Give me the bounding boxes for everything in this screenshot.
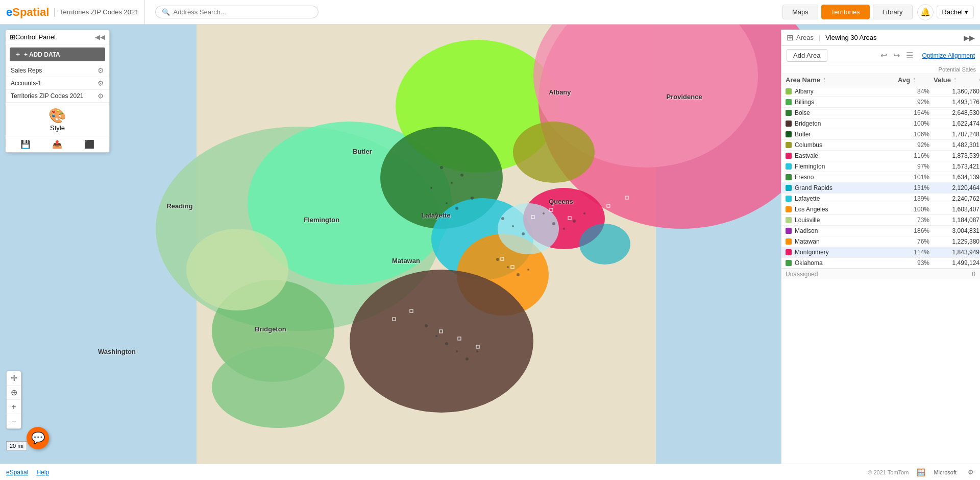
sort-icon-area-name: ⋮ <box>822 77 827 83</box>
notification-button[interactable]: 🔔 <box>917 4 934 20</box>
svg-point-27 <box>512 225 514 227</box>
table-row[interactable]: Montgomery 114% 1,843,949 <box>781 247 980 258</box>
table-row[interactable]: Louisville 73% 1,184,087 <box>781 215 980 226</box>
area-name: Fresno <box>795 174 814 181</box>
svg-point-40 <box>445 342 448 345</box>
table-row[interactable]: Matawan 76% 1,229,380 <box>781 236 980 247</box>
col-header-avg[interactable]: Avg ⋮ <box>898 76 934 84</box>
zoom-in-button[interactable]: + <box>7 400 21 414</box>
sort-icon-value: ⋮ <box>952 77 958 83</box>
delete-area-icon[interactable]: 🗑 <box>831 88 837 95</box>
area-value: 3,004,831 <box>934 227 979 234</box>
table-row[interactable]: Eastvale 116% 1,873,539 <box>781 151 980 161</box>
add-data-button[interactable]: ＋ + ADD DATA <box>10 47 105 61</box>
areas-title: Areas <box>796 34 814 41</box>
user-menu-button[interactable]: Rachel ▾ <box>937 6 974 18</box>
area-avg: 139% <box>898 195 934 202</box>
share-icon[interactable]: 📤 <box>52 139 62 149</box>
right-panel-actions: Add Area ↩ ↪ ☰ Optimize Alignment <box>781 46 980 65</box>
table-row[interactable]: Bridgeton 100% 1,622,474 <box>781 118 980 129</box>
svg-point-32 <box>573 220 576 223</box>
add-area-button[interactable]: Add Area <box>787 49 827 62</box>
maps-nav-button[interactable]: Maps <box>782 5 818 19</box>
layer-settings-icon-sales-reps[interactable]: ⚙ <box>97 66 104 75</box>
svg-point-41 <box>456 350 458 352</box>
table-row[interactable]: Oklahoma 93% 1,499,124 <box>781 258 980 269</box>
undo-icon[interactable]: ↩ <box>880 51 887 60</box>
control-panel-icon: ⊞ <box>10 33 15 41</box>
area-avg: 73% <box>898 217 934 224</box>
area-value: 2,648,530 <box>934 109 979 116</box>
pan-icon[interactable]: ✛ <box>7 371 21 386</box>
table-row[interactable]: Fresno 101% 1,634,139 <box>781 172 980 183</box>
control-panel: ⊞ Control Panel ◀◀ ＋ + ADD DATA Sales Re… <box>5 30 110 153</box>
svg-point-38 <box>425 324 428 327</box>
area-value: 1,229,380 <box>934 238 979 245</box>
microsoft-icon: 🪟 <box>917 468 925 476</box>
layer-settings-icon-territories[interactable]: ⚙ <box>97 92 104 100</box>
help-link[interactable]: Help <box>36 469 49 476</box>
area-value: 2,120,464 <box>934 184 979 191</box>
table-row[interactable]: Columbus 92% 1,482,301 <box>781 140 980 151</box>
territories-nav-button[interactable]: Territories <box>821 5 870 19</box>
area-value: 2,240,762 <box>934 195 979 202</box>
layer-row-sales-reps: Sales Reps ⚙ <box>6 64 109 77</box>
table-row[interactable]: Boise 164% 2,648,530 <box>781 108 980 118</box>
zoom-to-area-icon[interactable]: 🔍 <box>817 88 824 95</box>
plus-icon: ＋ <box>15 50 21 59</box>
area-value: 1,634,139 <box>934 174 979 181</box>
table-row[interactable]: Flemington 97% 1,573,421 <box>781 161 980 172</box>
area-name: Columbus <box>795 141 822 149</box>
table-row[interactable]: Albany 🔍 ℹ 🗑 84% 1,360,760 <box>781 86 980 97</box>
info-icon[interactable]: ℹ <box>826 88 829 95</box>
page-title: Territories ZIP Codes 2021 <box>60 8 138 16</box>
svg-point-39 <box>435 335 437 337</box>
area-avg: 101% <box>898 174 934 181</box>
area-color-swatch <box>786 99 792 105</box>
svg-point-14 <box>186 229 288 310</box>
col-header-area-name[interactable]: Area Name ⋮ <box>786 76 898 84</box>
svg-point-30 <box>552 222 555 225</box>
save-icon[interactable]: 💾 <box>20 139 31 149</box>
library-nav-button[interactable]: Library <box>873 5 913 19</box>
area-avg: 84% <box>898 88 934 95</box>
table-row[interactable]: Grand Rapids 131% 2,120,464 <box>781 183 980 194</box>
table-row[interactable]: Billings 92% 1,493,176 <box>781 97 980 108</box>
logo: eSpatial <box>6 6 49 19</box>
layer-settings-icon-accounts[interactable]: ⚙ <box>97 79 104 87</box>
svg-point-24 <box>455 207 458 210</box>
espatial-link[interactable]: eSpatial <box>6 469 28 476</box>
optimize-alignment-link[interactable]: Optimize Alignment <box>922 52 975 59</box>
redo-icon[interactable]: ↪ <box>893 51 900 60</box>
area-avg: 106% <box>898 131 934 138</box>
table-row[interactable]: Los Angeles 100% 1,608,407 <box>781 204 980 215</box>
chat-support-button[interactable]: 💬 <box>27 427 49 449</box>
tomtom-credit: © 2021 TomTom <box>868 469 909 475</box>
export-icon[interactable]: ⬛ <box>84 139 94 149</box>
style-area[interactable]: 🎨 Style <box>6 103 109 136</box>
address-search-bar[interactable]: 🔍 <box>155 6 318 18</box>
zoom-to-fit-icon[interactable]: ⊕ <box>7 386 21 400</box>
col-header-value[interactable]: Value ⋮ <box>934 76 979 84</box>
search-input[interactable] <box>173 8 306 16</box>
collapse-panel-icon[interactable]: ◀◀ <box>95 33 105 41</box>
expand-panel-icon[interactable]: ▶▶ <box>964 34 975 42</box>
area-name: Louisville <box>795 217 820 224</box>
area-color-swatch <box>786 153 792 159</box>
menu-icon[interactable]: ☰ <box>906 51 913 60</box>
area-color-swatch <box>786 174 792 180</box>
table-row[interactable]: Madison 186% 3,004,831 <box>781 226 980 236</box>
area-avg: 116% <box>898 152 934 159</box>
table-row[interactable]: Lafayette 139% 2,240,762 <box>781 194 980 204</box>
svg-point-43 <box>476 350 478 352</box>
svg-point-15 <box>212 346 345 428</box>
zoom-out-button[interactable]: − <box>7 414 21 428</box>
area-avg: 100% <box>898 206 934 213</box>
area-value: 1,482,301 <box>934 141 979 149</box>
settings-map-icon[interactable]: ⚙ <box>968 468 974 476</box>
area-avg: 164% <box>898 109 934 116</box>
area-name: Montgomery <box>795 249 829 256</box>
chevron-down-icon: ▾ <box>965 8 968 16</box>
table-row[interactable]: Butler 106% 1,707,248 <box>781 129 980 140</box>
area-color-swatch <box>786 206 792 212</box>
